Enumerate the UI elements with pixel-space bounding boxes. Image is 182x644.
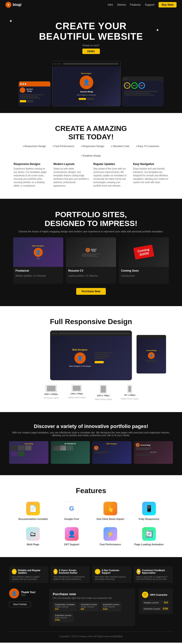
feature-card-3: Regular Updates Stay ahead of the curve …	[93, 162, 129, 188]
guarantee-option-1-price: $19	[164, 601, 168, 604]
feature-icon-doc: 📄	[26, 502, 40, 515]
purchase-button[interactable]: Purchase Now	[76, 288, 106, 295]
portfolio-card-3: ComingSOON Coming Soon Coming Soon	[119, 237, 169, 284]
page-card-3: Web Designer. 👤	[92, 441, 132, 464]
pages-title: Discover a variety of innovative portfol…	[9, 424, 173, 429]
responsive-main-mockup: Web Designer. 👤 Web Designer & Developer	[50, 330, 132, 380]
mockup-right-header	[123, 77, 163, 81]
portfolio-desc: Choose the fusion of highly engaging des…	[9, 230, 173, 233]
hero-demo-button[interactable]: DEMO	[82, 48, 100, 54]
footer-option-3[interactable]: Extended License Multi License $100	[101, 602, 122, 612]
responsive-mockup-container: Web Designer. 👤 Web Designer & Developer	[9, 330, 173, 380]
feature-label-3: One Click Demo Import	[95, 518, 126, 520]
portfolio-card-2-label: Resume CV Laptop portfolio, CV, Resume	[66, 267, 116, 284]
nav-link-demos[interactable]: Demos	[117, 3, 126, 6]
feature-icon-import: 👆	[104, 502, 117, 515]
mockup-left-body: JessicaBiogi	[19, 86, 50, 106]
coming-soon-badge: ComingSOON	[133, 244, 154, 260]
mockup-center-body: Web Designer. 👤 Jessica Biogi Web Design…	[53, 66, 120, 106]
bullet-1: Responsive Design	[23, 145, 46, 148]
footer-purchase-title: Purchase now	[53, 592, 132, 596]
footer-stat-1: ⭐ Reliable and Regular Updates Get a lif…	[9, 566, 48, 583]
bullet-5: Easy To Customize	[136, 145, 159, 148]
view-portfolio-button[interactable]: View Portfolio	[9, 602, 31, 607]
footer-stat-4-desc: Have a good idea or suggestions? We'd be…	[136, 576, 170, 580]
responsive-section: Full Responsive Design Web Designer. 👤 W…	[0, 306, 182, 412]
pages-section: Discover a variety of innovative portfol…	[0, 412, 182, 475]
portfolio-card-1-sub: Modern portfolio, CV, Resume	[16, 274, 61, 277]
footer-stat-4-label: Customers Feedback Appreciative	[142, 569, 170, 574]
create-section: CREATE A AMAZINGSITE TODAY! Responsive D…	[0, 113, 182, 199]
hero-section: ✦ ✦ CREATE YOURBEAUTIFUL WEBSITE Ready t…	[0, 10, 182, 113]
footer-thanks-col: 👤 Thank You! Youl View Portfolio	[9, 588, 46, 607]
feature-item-6: 👤 24/7 Support	[56, 527, 87, 546]
logo-text: biogi	[13, 3, 21, 7]
footer-option-4[interactable]: Extended License Multi License $799	[53, 613, 74, 622]
nav-link-features[interactable]: Features	[130, 3, 141, 6]
hero-subtitle: Ready to rock?	[9, 44, 173, 47]
feature-card-4: Easy Navigation Enjoy intuitive and user…	[133, 162, 168, 188]
device-tablet-size: 1024 x 768px	[95, 394, 112, 397]
portfolio-card-1: Web Designer. 👤 100+ Freelancer Modern p…	[13, 237, 63, 284]
nav-links: Intro Demos Features Support Buy Now	[108, 2, 176, 8]
feature-icon-support: 👤	[65, 527, 78, 541]
nav-link-intro[interactable]: Intro	[108, 3, 113, 6]
page-card-3-img: Web Designer. 👤	[92, 441, 132, 464]
portfolio-card-1-img: Web Designer. 👤 100+	[13, 237, 63, 267]
nav-logo: b biogi	[6, 2, 21, 8]
page-card-3-label: Web Designer.	[94, 443, 130, 444]
responsive-tablet-mockup: Jessica Biogi 👤	[136, 335, 166, 374]
star-decoration-1: ✦	[9, 18, 13, 24]
footer-option-2-price: $65	[81, 608, 97, 610]
footer-stats-row: ⭐ Reliable and Regular Updates Get a lif…	[9, 566, 173, 583]
feature-card-2: Modern Layouts Stand out with sleek, con…	[53, 162, 89, 188]
feature-icon-multi: 🗂	[26, 527, 40, 541]
feature-card-2-title: Modern Layouts	[53, 162, 89, 166]
device-mobile-size: 767 x 396px	[121, 394, 138, 396]
features-section: Features 📄 Documentation Included G Goog…	[0, 475, 182, 557]
footer-thanks-title: Thank You!	[21, 591, 36, 594]
footer-thanks-sub: Youl	[21, 594, 36, 596]
page-card-4: 👤 Jessica Biogi About Me	[134, 441, 173, 464]
device-laptop: 1364 x 768px Laptop Screen Layout	[68, 385, 85, 401]
bullet-2: Fast Performance	[53, 145, 74, 148]
hero-mockup-center: Web Designer. 👤 Jessica Biogi Web Design…	[52, 61, 121, 106]
logo-icon: b	[6, 2, 11, 8]
bullet-4: Standard Code	[111, 145, 129, 148]
device-tablet-label: Tablet Screen Layout	[95, 398, 112, 400]
device-desktop-label: Full Screen Layout	[43, 397, 59, 399]
device-labels: 1920 x 1080px Full Screen Layout 1364 x …	[9, 385, 173, 401]
footer-option-3-price: $100	[103, 608, 119, 610]
guarantee-option-2-price: $799	[163, 608, 168, 610]
device-laptop-size: 1364 x 768px	[68, 392, 85, 395]
page-card-2-label: MY PROJECTS	[53, 443, 88, 444]
device-mobile: 767 x 396px Mobile Screen Layout	[121, 385, 138, 401]
footer-guarantee-col: 🛡 100% Guarantee Regular License $19 Ext…	[139, 588, 173, 614]
page-card-4-img: 👤 Jessica Biogi About Me	[134, 441, 173, 464]
device-desktop-size: 1920 x 1080px	[43, 393, 59, 395]
feature-card-4-desc: Enjoy intuitive and user-friendly interf…	[133, 167, 168, 184]
portfolio-card-3-title: Coming Soon	[121, 269, 166, 272]
hero-mockups: JessicaBiogi Web Designer. 👤 Jessica	[9, 61, 173, 106]
feature-icon-resp: 📱	[142, 502, 156, 515]
footer-option-4-label: Extended License	[55, 614, 71, 616]
nav-buy-button[interactable]: Buy Now	[159, 2, 176, 8]
feature-card-2-desc: Stand out with sleek, contemporary desig…	[53, 167, 89, 188]
nav-link-support[interactable]: Support	[145, 3, 154, 6]
feature-cards: Responsive Designs Experience flawless v…	[14, 162, 168, 188]
portfolio-card-2-sub: Laptop portfolio, CV, Resume	[68, 274, 114, 277]
footer-option-1[interactable]: Registration Template Single License $19	[53, 602, 77, 612]
footer-option-2[interactable]: Extended License Single License $65	[78, 602, 100, 612]
footer-stat-1-desc: Get a lifetime related & regular updates…	[12, 576, 46, 580]
feature-item-4: 📱 Fully Responsive	[133, 502, 165, 520]
guarantee-option-2: Extended License $799	[142, 606, 170, 611]
mockup-right-body: 75% 90% 85%	[123, 81, 163, 106]
mockup-center-nav	[53, 61, 120, 66]
feature-card-1: Responsive Designs Experience flawless v…	[14, 162, 49, 188]
portfolio-card-2-title: Resume CV	[68, 269, 114, 272]
guarantee-options: Regular License $19 Extended License $79…	[142, 600, 170, 611]
feature-label-1: Documentation Included	[17, 518, 49, 520]
page-card-2-img: MY PROJECTS	[51, 441, 90, 464]
chart-circles: 75% 90% 85%	[124, 82, 162, 89]
portfolio-card-3-img: ComingSOON	[119, 237, 169, 267]
